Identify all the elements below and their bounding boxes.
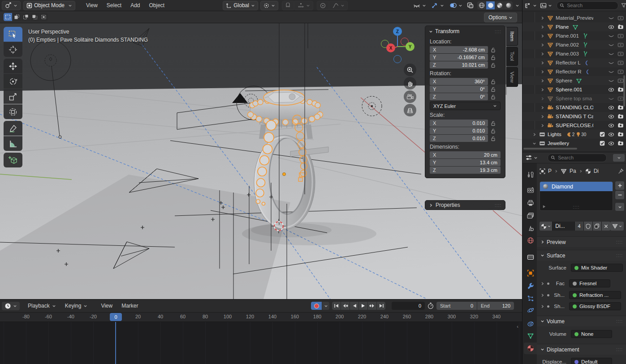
- material-users-count[interactable]: 4: [574, 222, 583, 231]
- overlays-toggle[interactable]: [447, 1, 465, 10]
- editor-type-button[interactable]: [2, 1, 21, 10]
- fac-input-button[interactable]: Fresnel: [569, 279, 610, 287]
- lock-icon[interactable]: [491, 136, 496, 141]
- lock-icon[interactable]: [491, 128, 496, 134]
- slot-list-grip[interactable]: ::::: [573, 205, 579, 210]
- outliner-hscrollbar[interactable]: [523, 148, 577, 150]
- panel-preview[interactable]: Preview::::: [537, 236, 626, 247]
- tab-constraints[interactable]: [524, 318, 537, 330]
- socket-expander[interactable]: [540, 293, 544, 297]
- menu-object[interactable]: Object: [145, 0, 169, 11]
- menu-timeline-view[interactable]: View: [96, 300, 117, 312]
- axis-neg-z[interactable]: [394, 56, 402, 63]
- menu-view[interactable]: View: [82, 0, 102, 11]
- tab-render[interactable]: [524, 184, 537, 196]
- outliner-row-sphere[interactable]: Sphere: [522, 76, 626, 85]
- lock-icon[interactable]: [491, 55, 496, 60]
- jump-to-start-button[interactable]: [332, 302, 341, 310]
- timeline-editor-type-button[interactable]: [2, 302, 20, 310]
- collapse-region-icon[interactable]: ‹: [517, 324, 518, 329]
- axis-x[interactable]: X: [386, 43, 395, 52]
- outliner-row-sphere-top[interactable]: Sphere top sma: [522, 94, 626, 103]
- copy-material-button[interactable]: [592, 222, 601, 231]
- hide-viewport-icon[interactable]: [608, 16, 614, 21]
- navigation-gizmo[interactable]: Z X Y: [374, 26, 419, 64]
- jump-to-end-button[interactable]: [377, 302, 385, 310]
- snap-toggle[interactable]: [282, 1, 294, 10]
- scale-y-field[interactable]: Y0.010: [430, 127, 488, 134]
- shading-wireframe-button[interactable]: [477, 1, 486, 9]
- tab-tool[interactable]: [524, 169, 537, 180]
- menu-select[interactable]: Select: [102, 0, 126, 11]
- shading-material-button[interactable]: [495, 1, 504, 9]
- outliner-row-reflector-r[interactable]: Reflector R: [522, 67, 626, 76]
- tab-modifiers[interactable]: [524, 280, 537, 291]
- gizmos-toggle[interactable]: [429, 1, 447, 10]
- annotate-tool[interactable]: [4, 121, 22, 136]
- timeline-track-area[interactable]: ‹: [0, 322, 522, 364]
- properties-search[interactable]: [548, 154, 607, 162]
- fake-user-button[interactable]: [583, 222, 592, 231]
- lock-icon[interactable]: [491, 120, 496, 126]
- lock-icon[interactable]: [491, 79, 496, 85]
- current-frame-field[interactable]: 0: [392, 302, 425, 310]
- axis-y[interactable]: Y: [406, 42, 414, 51]
- outliner-row-sphere-001[interactable]: Sphere.001: [522, 85, 626, 94]
- object-origin-dot[interactable]: [283, 173, 286, 176]
- lock-icon[interactable]: [491, 86, 496, 92]
- viewport-3d[interactable]: User Perspective (0) Empties | Pave Soli…: [0, 23, 522, 299]
- material-name-field[interactable]: Di...: [552, 222, 574, 231]
- outliner-search[interactable]: [557, 1, 618, 10]
- outliner-row-material-preview[interactable]: Material_Preview: [522, 13, 626, 22]
- slot-specials-menu[interactable]: [615, 203, 624, 211]
- socket-expander[interactable]: [540, 304, 544, 308]
- mode-selector[interactable]: Object Mode: [23, 1, 75, 10]
- sidebar-properties-panel[interactable]: Properties ::::: [425, 200, 505, 210]
- transform-tool[interactable]: [4, 104, 22, 119]
- panel-volume[interactable]: Volume::::: [537, 316, 626, 326]
- outliner-row-standing-t[interactable]: STANDING T Ca: [522, 112, 626, 121]
- location-y-field[interactable]: Y-0.16967 cm: [430, 54, 488, 61]
- dimensions-y-field[interactable]: Y13.4 cm: [430, 159, 501, 166]
- surface-shader-button[interactable]: Mix Shader: [571, 264, 623, 272]
- proportional-editing-toggle[interactable]: [317, 1, 329, 10]
- menu-playback[interactable]: Playback: [23, 300, 60, 312]
- outliner-row-superclose[interactable]: SUPERCLOSE.0: [522, 121, 626, 130]
- frame-start-field[interactable]: Start0: [436, 302, 477, 310]
- pin-icon[interactable]: [618, 168, 624, 174]
- panel-grip[interactable]: ::::: [495, 29, 501, 34]
- outliner-search-input[interactable]: [566, 2, 615, 9]
- properties-search-input[interactable]: [557, 154, 604, 161]
- tab-output[interactable]: [524, 197, 537, 209]
- sidebar-tab-item[interactable]: Item: [506, 27, 518, 46]
- outliner-display-mode[interactable]: [525, 3, 537, 9]
- select-mode-new-button[interactable]: [4, 13, 12, 21]
- play-reverse-button[interactable]: [350, 302, 358, 310]
- shading-solid-button[interactable]: [486, 1, 495, 9]
- outliner-row-standing-clo[interactable]: STANDING CLO: [522, 103, 626, 112]
- menu-marker[interactable]: Marker: [117, 300, 142, 312]
- select-box-tool[interactable]: [4, 27, 22, 42]
- add-slot-button[interactable]: [615, 181, 624, 190]
- tab-world[interactable]: [524, 235, 537, 246]
- select-mode-intersect-button[interactable]: [39, 13, 48, 21]
- tab-object-data[interactable]: [524, 330, 537, 342]
- outliner-row-reflector-l[interactable]: Reflector L: [522, 58, 626, 67]
- tab-physics[interactable]: [524, 304, 537, 316]
- playhead-line[interactable]: [115, 322, 116, 364]
- outliner-row-plane-001[interactable]: Plane.001: [522, 31, 626, 40]
- proportional-falloff-selector[interactable]: [329, 1, 348, 10]
- outliner-row-plane-003[interactable]: Plane.003: [522, 49, 626, 58]
- axis-z[interactable]: Z: [393, 27, 402, 36]
- rotation-mode-selector[interactable]: XYZ Euler: [430, 102, 501, 110]
- camera-view-button[interactable]: [404, 90, 416, 103]
- scale-z-field[interactable]: Z0.010: [430, 135, 488, 142]
- properties-editor-type-button[interactable]: [525, 154, 538, 161]
- auto-keying-dropdown[interactable]: [322, 302, 329, 310]
- tab-scene[interactable]: [524, 222, 537, 234]
- select-mode-invert-button[interactable]: [30, 13, 39, 21]
- rotation-x-field[interactable]: X360°: [430, 78, 488, 85]
- options-button[interactable]: Options: [484, 13, 517, 22]
- outliner-row-lights-collection[interactable]: Lights 2 30: [522, 130, 626, 139]
- pan-view-button[interactable]: [404, 77, 416, 90]
